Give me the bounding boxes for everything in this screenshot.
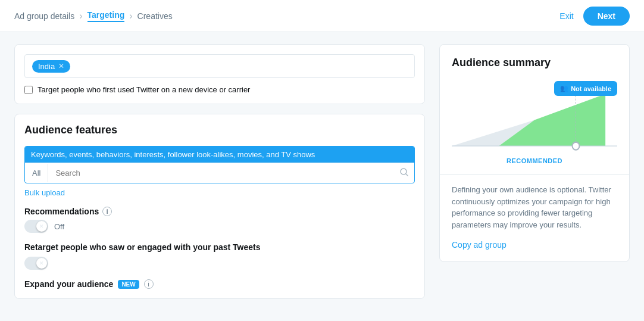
recommendations-info-icon[interactable]: i bbox=[102, 207, 112, 216]
india-tag-label: India bbox=[38, 62, 55, 71]
svg-point-5 bbox=[573, 142, 580, 150]
exit-button[interactable]: Exit bbox=[559, 11, 573, 21]
toggle-knob bbox=[36, 221, 47, 232]
recommendations-label: Recommendations bbox=[24, 207, 99, 216]
audience-search-tabs: Keywords, events, behaviors, interests, … bbox=[24, 146, 415, 183]
not-available-text: Not available bbox=[571, 85, 611, 92]
retarget-row: Retarget people who saw or engaged with … bbox=[24, 242, 415, 270]
right-panel: Audience summary 👥 bbox=[439, 44, 630, 299]
next-button[interactable]: Next bbox=[583, 7, 630, 26]
search-row: All bbox=[25, 163, 414, 183]
search-tab-all[interactable]: All bbox=[25, 164, 48, 182]
new-device-label: Target people who first used Twitter on … bbox=[37, 85, 250, 94]
main-layout: India ✕ Target people who first used Twi… bbox=[0, 32, 644, 311]
nav-right: Exit Next bbox=[559, 7, 630, 26]
svg-line-1 bbox=[406, 174, 408, 176]
expand-audience-row: Expand your audience NEW i bbox=[24, 279, 415, 289]
location-tag-input[interactable]: India ✕ bbox=[24, 54, 415, 78]
india-tag-close[interactable]: ✕ bbox=[58, 62, 64, 70]
summary-title: Audience summary bbox=[452, 57, 617, 69]
user-group-icon: 👥 bbox=[560, 85, 568, 92]
location-card: India ✕ Target people who first used Twi… bbox=[14, 44, 425, 104]
search-tab-label[interactable]: Keywords, events, behaviors, interests, … bbox=[25, 147, 414, 163]
left-panel: India ✕ Target people who first used Twi… bbox=[14, 44, 425, 299]
breadcrumb-ad-group[interactable]: Ad group details bbox=[14, 11, 74, 21]
breadcrumb-sep-1: › bbox=[79, 11, 82, 21]
audience-summary-card: Audience summary 👥 bbox=[439, 44, 630, 262]
recommendations-row: Recommendations i Off bbox=[24, 207, 415, 233]
breadcrumb: Ad group details › Targeting › Creatives bbox=[14, 10, 173, 22]
breadcrumb-sep-2: › bbox=[129, 11, 132, 21]
retarget-toggle-knob bbox=[36, 258, 47, 269]
summary-description: Defining your own audience is optional. … bbox=[452, 184, 617, 230]
retarget-title: Retarget people who saw or engaged with … bbox=[24, 242, 415, 252]
retarget-toggle-row bbox=[24, 257, 415, 270]
recommended-label: RECOMMENDED bbox=[452, 157, 617, 164]
audience-features-card: Audience features Keywords, events, beha… bbox=[14, 114, 425, 299]
breadcrumb-creatives[interactable]: Creatives bbox=[137, 11, 173, 21]
new-badge: NEW bbox=[118, 280, 139, 289]
search-icon bbox=[394, 163, 414, 183]
copy-ad-group-link[interactable]: Copy ad group bbox=[452, 240, 507, 250]
india-tag[interactable]: India ✕ bbox=[32, 60, 70, 73]
recommendations-label-row: Recommendations i bbox=[24, 207, 415, 216]
new-device-checkbox[interactable] bbox=[24, 86, 33, 94]
not-available-badge: 👥 Not available bbox=[554, 81, 617, 96]
breadcrumb-targeting[interactable]: Targeting bbox=[87, 10, 125, 22]
bulk-upload-link[interactable]: Bulk upload bbox=[24, 188, 65, 197]
audience-features-title: Audience features bbox=[24, 124, 415, 136]
expand-info-icon[interactable]: i bbox=[144, 279, 154, 289]
new-device-checkbox-row: Target people who first used Twitter on … bbox=[24, 85, 415, 94]
top-nav: Ad group details › Targeting › Creatives… bbox=[0, 0, 644, 32]
chart-area: 👥 Not available bbox=[452, 81, 617, 152]
svg-marker-3 bbox=[499, 94, 605, 146]
retarget-toggle[interactable] bbox=[24, 257, 48, 270]
recommendations-toggle[interactable] bbox=[24, 220, 48, 233]
summary-divider bbox=[440, 174, 629, 174]
recommendations-toggle-row: Off bbox=[24, 220, 415, 233]
expand-label: Expand your audience bbox=[24, 279, 113, 289]
recommendations-toggle-label: Off bbox=[54, 222, 64, 231]
search-input[interactable] bbox=[48, 164, 394, 182]
